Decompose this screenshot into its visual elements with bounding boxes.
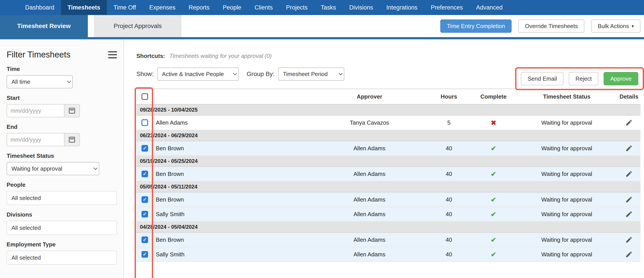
divisions-filter-label: Divisions: [6, 211, 117, 218]
timesheet-row: ✓Ben BrownAllen Adams40✔Waiting for appr…: [136, 192, 640, 207]
approve-button[interactable]: Approve: [604, 72, 638, 85]
person-name: Sally Smith: [153, 207, 312, 221]
row-checkbox[interactable]: ✓: [142, 236, 148, 243]
name-column-header: [153, 89, 312, 104]
show-label: Show:: [136, 71, 154, 78]
period-group-row: 05/19/2024 - 05/25/2024: [136, 156, 640, 167]
show-select[interactable]: Active & Inactive People: [157, 67, 239, 81]
nav-item-reports[interactable]: Reports: [182, 0, 216, 15]
timesheet-row: ✓Sally SmithAllen Adams40✔Waiting for ap…: [136, 207, 640, 222]
time-filter-select[interactable]: All time: [6, 75, 73, 88]
row-checkbox[interactable]: ✓: [142, 196, 148, 203]
filter-sidebar: Filter Timesheets Time All time Start En…: [0, 39, 124, 278]
incomplete-x-icon: ✖: [490, 119, 496, 127]
nav-item-timesheets[interactable]: Timesheets: [61, 0, 107, 15]
timesheet-status: Waiting for approval: [516, 167, 618, 181]
row-checkbox[interactable]: ✓: [142, 211, 148, 217]
caret-down-icon: ▾: [632, 24, 634, 29]
edit-details-pencil-icon[interactable]: [625, 170, 633, 178]
person-name: Ben Brown: [153, 167, 312, 181]
nav-item-integrations[interactable]: Integrations: [380, 0, 424, 15]
period-label: 06/23/2024 - 06/29/2024: [136, 130, 640, 141]
row-checkbox[interactable]: ✓: [142, 251, 148, 258]
tab-bar: Timesheet Review Project Approvals Time …: [0, 15, 644, 37]
start-date-label: Start: [6, 95, 117, 101]
person-name: Allen Adams: [153, 116, 312, 130]
person-name: Sally Smith: [153, 247, 312, 261]
details-column-header: Details: [618, 89, 640, 104]
start-date-input[interactable]: [6, 104, 64, 117]
nav-item-clients[interactable]: Clients: [248, 0, 280, 15]
nav-item-time-off[interactable]: Time Off: [107, 0, 142, 15]
complete-check-icon: ✔: [490, 250, 496, 258]
people-filter-label: People: [6, 181, 117, 188]
nav-item-tasks[interactable]: Tasks: [314, 0, 342, 15]
reject-button[interactable]: Reject: [569, 72, 598, 85]
row-checkbox[interactable]: [142, 119, 148, 126]
row-checkbox[interactable]: ✓: [142, 145, 148, 152]
status-column-header: Timesheet Status: [516, 89, 618, 104]
end-date-input[interactable]: [6, 133, 64, 146]
bulk-actions-button[interactable]: Bulk Actions ▾: [591, 20, 640, 33]
edit-details-pencil-icon[interactable]: [625, 236, 633, 243]
nav-item-preferences[interactable]: Preferences: [424, 0, 470, 15]
nav-item-divisions[interactable]: Divisions: [343, 0, 380, 15]
person-name: Ben Brown: [153, 192, 312, 207]
nav-item-people[interactable]: People: [216, 0, 248, 15]
calendar-icon: [69, 137, 75, 143]
nav-item-expenses[interactable]: Expenses: [142, 0, 182, 15]
approval-actions-highlight: Send Email Reject Approve: [515, 67, 644, 90]
edit-details-pencil-icon[interactable]: [625, 250, 633, 258]
hours-column-header: Hours: [427, 89, 471, 104]
end-date-label: End: [6, 124, 117, 130]
timesheet-row: Allen AdamsTanya Cavazos5✖Waiting for ap…: [136, 116, 640, 130]
period-label: 09/28/2025 - 10/04/2025: [136, 105, 640, 115]
period-group-row: 09/28/2025 - 10/04/2025: [136, 105, 640, 116]
nav-item-projects[interactable]: Projects: [280, 0, 314, 15]
edit-details-pencil-icon[interactable]: [625, 196, 633, 203]
hours-value: 40: [427, 141, 471, 155]
timesheet-status: Waiting for approval: [516, 116, 618, 130]
app-window: DashboardTimesheetsTime OffExpensesRepor…: [0, 0, 644, 278]
timesheet-row: ✓Sally SmithAllen Adams40✔Waiting for ap…: [136, 247, 640, 262]
approver-name: Allen Adams: [312, 192, 427, 207]
timesheet-table-body: 09/28/2025 - 10/04/2025Allen AdamsTanya …: [136, 105, 640, 262]
calendar-icon: [69, 108, 75, 114]
period-group-row: 04/28/2024 - 05/04/2024: [136, 222, 640, 233]
hours-value: 40: [427, 167, 471, 181]
start-date-calendar-button[interactable]: [64, 104, 80, 117]
edit-details-pencil-icon[interactable]: [625, 145, 633, 152]
hours-value: 40: [427, 207, 471, 221]
send-email-button[interactable]: Send Email: [521, 72, 564, 85]
timesheet-status: Waiting for approval: [516, 192, 618, 207]
override-timesheets-button[interactable]: Override Timesheets: [518, 20, 584, 33]
tab-project-approvals[interactable]: Project Approvals: [94, 15, 182, 37]
nav-item-dashboard[interactable]: Dashboard: [18, 0, 61, 15]
tabbar-actions: Time Entry Completion Override Timesheet…: [440, 20, 640, 33]
filter-list-icon[interactable]: [108, 51, 117, 58]
timesheet-status-select[interactable]: Waiting for approval: [6, 162, 99, 175]
end-date-calendar-button[interactable]: [64, 133, 80, 146]
row-checkbox[interactable]: ✓: [142, 171, 148, 177]
timesheet-status: Waiting for approval: [516, 247, 618, 261]
select-all-checkbox[interactable]: [142, 93, 148, 100]
employment-type-filter-box[interactable]: All selected: [6, 250, 117, 265]
group-by-select[interactable]: Timesheet Period: [278, 67, 344, 81]
people-filter-box[interactable]: All selected: [6, 191, 117, 205]
shortcuts-row: Shortcuts: Timesheets waiting for your a…: [136, 53, 640, 60]
divisions-filter-box[interactable]: All selected: [6, 221, 117, 235]
shortcuts-link[interactable]: Timesheets waiting for your approval (0): [169, 53, 272, 59]
edit-details-pencil-icon[interactable]: [625, 210, 633, 218]
time-entry-completion-button[interactable]: Time Entry Completion: [440, 20, 512, 33]
tab-timesheet-review[interactable]: Timesheet Review: [0, 15, 88, 37]
complete-check-icon: ✔: [490, 210, 496, 218]
active-tab-underline: [0, 37, 644, 39]
nav-item-advanced[interactable]: Advanced: [470, 0, 509, 15]
main-panel: Shortcuts: Timesheets waiting for your a…: [124, 39, 644, 278]
table-header-row: Approver Hours Complete Timesheet Status…: [136, 89, 640, 105]
person-name: Ben Brown: [153, 233, 312, 247]
group-by-label: Group By:: [247, 71, 274, 78]
timesheet-table: Approver Hours Complete Timesheet Status…: [136, 89, 640, 262]
edit-details-pencil-icon[interactable]: [625, 119, 633, 126]
complete-check-icon: ✔: [490, 170, 496, 178]
